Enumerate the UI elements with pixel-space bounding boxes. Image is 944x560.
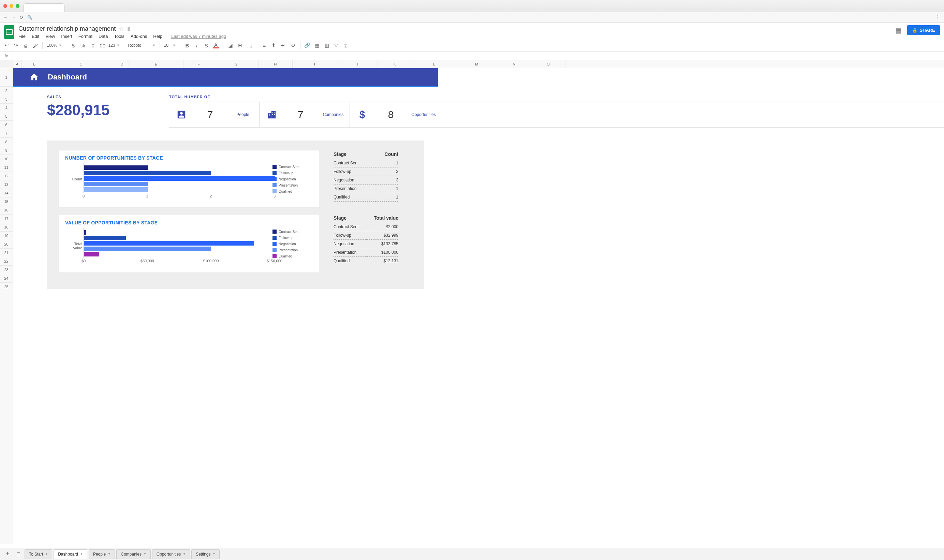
text-color-icon[interactable]: A [213, 42, 219, 48]
menu-view[interactable]: View [45, 34, 55, 39]
row-header[interactable]: 10 [0, 155, 12, 163]
row-header[interactable]: 14 [0, 189, 12, 197]
star-icon[interactable]: ☆ [119, 26, 124, 32]
row-header[interactable]: 25 [0, 283, 12, 291]
column-header[interactable]: E [129, 60, 183, 68]
column-header[interactable]: F [183, 60, 214, 68]
browser-tab[interactable] [23, 3, 65, 12]
text-wrap-icon[interactable]: ↵ [280, 42, 286, 48]
reload-icon[interactable]: ⟳ [20, 15, 24, 20]
column-header[interactable]: G [214, 60, 258, 68]
row-header[interactable]: 19 [0, 232, 12, 240]
comments-icon[interactable]: ▤ [895, 26, 902, 34]
column-header[interactable]: A [13, 60, 22, 68]
person-icon [169, 109, 194, 120]
column-header[interactable]: I [293, 60, 337, 68]
column-header[interactable]: C [47, 60, 115, 68]
row-header[interactable]: 6 [0, 121, 12, 129]
row-header[interactable]: 15 [0, 197, 12, 206]
row-header[interactable]: 11 [0, 163, 12, 172]
column-header[interactable]: K [378, 60, 412, 68]
undo-icon[interactable]: ↶ [3, 42, 9, 48]
menu-file[interactable]: File [18, 34, 26, 39]
row-header[interactable]: 24 [0, 274, 12, 283]
row-header[interactable]: 13 [0, 180, 12, 189]
row-header[interactable]: 3 [0, 95, 12, 104]
column-header[interactable]: H [258, 60, 293, 68]
fill-color-icon[interactable]: ◢ [228, 42, 234, 48]
redo-icon[interactable]: ↷ [13, 42, 19, 48]
row-header[interactable]: 22 [0, 257, 12, 266]
document-title[interactable]: Customer relationship management [18, 25, 115, 32]
row-header[interactable]: 21 [0, 249, 12, 257]
font-dropdown[interactable]: Roboto▼ [128, 43, 155, 48]
row-header[interactable]: 16 [0, 206, 12, 214]
zoom-dropdown[interactable]: 100%▼ [47, 43, 62, 48]
decrease-decimal-icon[interactable]: .0 [89, 42, 95, 48]
currency-icon[interactable]: $ [70, 42, 76, 48]
row-header[interactable]: 1 [0, 68, 12, 87]
row-header[interactable]: 2 [0, 87, 12, 95]
chart-ylabel: Count [65, 177, 82, 181]
browser-menu-icon[interactable]: ⋮ [935, 14, 941, 20]
row-header[interactable]: 23 [0, 266, 12, 274]
menu-tools[interactable]: Tools [114, 34, 124, 39]
font-size-dropdown[interactable]: 10▼ [164, 43, 176, 48]
insert-link-icon[interactable]: 🔗 [304, 42, 311, 48]
forward-icon[interactable]: → [12, 15, 16, 20]
functions-icon[interactable]: Σ [343, 42, 349, 48]
paint-format-icon[interactable]: 🖌 [32, 42, 38, 48]
text-rotate-icon[interactable]: ⟲ [290, 42, 296, 48]
table-header: Total value [366, 215, 398, 223]
share-button[interactable]: 🔒 SHARE [907, 25, 940, 35]
row-header[interactable]: 12 [0, 172, 12, 180]
borders-icon[interactable]: ⊞ [237, 42, 243, 48]
menu-add-ons[interactable]: Add-ons [131, 34, 147, 39]
minimize-window-icon[interactable] [9, 4, 13, 8]
column-header[interactable]: O [531, 60, 566, 68]
column-header[interactable]: N [497, 60, 531, 68]
italic-icon[interactable]: I [194, 42, 200, 48]
horizontal-align-icon[interactable]: ≡ [261, 42, 268, 48]
column-header[interactable]: D [115, 60, 129, 68]
row-header[interactable]: 8 [0, 138, 12, 146]
folder-icon[interactable]: ▮ [127, 26, 130, 32]
row-header[interactable]: 5 [0, 112, 12, 121]
insert-comment-icon[interactable]: ▦ [314, 42, 320, 48]
row-header[interactable]: 7 [0, 129, 12, 138]
column-header[interactable]: B [22, 60, 47, 68]
percent-icon[interactable]: % [80, 42, 86, 48]
bold-icon[interactable]: B [184, 42, 190, 48]
menu-data[interactable]: Data [98, 34, 108, 39]
menu-format[interactable]: Format [78, 34, 92, 39]
window-controls[interactable] [3, 4, 20, 8]
strikethrough-icon[interactable]: S [203, 42, 209, 48]
column-header[interactable]: J [337, 60, 378, 68]
merge-cells-icon[interactable]: ⬚ [247, 42, 253, 48]
menu-help[interactable]: Help [153, 34, 162, 39]
select-all-corner[interactable] [0, 60, 12, 68]
close-window-icon[interactable] [3, 4, 7, 8]
row-header[interactable]: 18 [0, 223, 12, 232]
menu-edit[interactable]: Edit [32, 34, 39, 39]
maximize-window-icon[interactable] [16, 4, 20, 8]
legend-item: Contract Sent [272, 229, 314, 234]
row-header[interactable]: 9 [0, 146, 12, 155]
print-icon[interactable]: ⎙ [23, 42, 29, 48]
vertical-align-icon[interactable]: ⬍ [271, 42, 277, 48]
search-icon[interactable]: 🔍 [27, 15, 32, 20]
insert-chart-icon[interactable]: ▥ [324, 42, 330, 48]
column-header[interactable]: M [456, 60, 497, 68]
menu-insert[interactable]: Insert [61, 34, 72, 39]
row-header[interactable]: 17 [0, 214, 12, 223]
sheets-logo-icon[interactable] [4, 25, 14, 39]
filter-icon[interactable]: ▽ [333, 42, 339, 48]
back-icon[interactable]: ← [3, 15, 8, 20]
grid-body[interactable]: ABCDEFGHIJKLMNO Dashboard SALES $280,915… [13, 60, 944, 544]
increase-decimal-icon[interactable]: .00 [99, 42, 105, 48]
row-header[interactable]: 4 [0, 104, 12, 112]
number-format-dropdown[interactable]: 123▼ [108, 43, 120, 48]
column-header[interactable]: L [412, 60, 456, 68]
last-edit-text[interactable]: Last edit was 7 minutes ago [171, 34, 226, 39]
row-header[interactable]: 20 [0, 240, 12, 249]
